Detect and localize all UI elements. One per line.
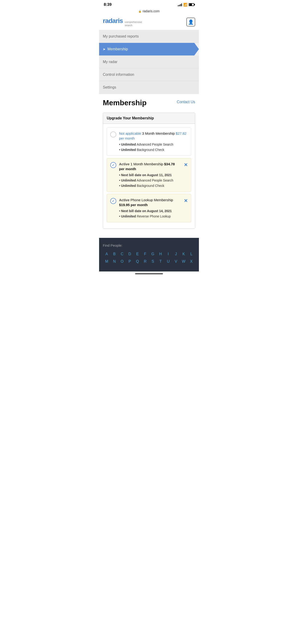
footer-letter-k[interactable]: K (180, 251, 187, 257)
lock-icon: 🔒 (138, 10, 142, 13)
status-icons: 📶 (178, 3, 194, 6)
footer-letter-g[interactable]: G (149, 251, 157, 257)
plan-feature-1month-3: • Unlimited Background Check (119, 183, 181, 188)
contact-us-link[interactable]: Contact Us (177, 98, 195, 104)
plan-feature-3month-2: • Unlimited Background Check (119, 148, 188, 152)
plan-feature-3month-1: • Unlimited Advanced People Search (119, 142, 188, 147)
footer-letter-b[interactable]: B (111, 251, 118, 257)
logo-subtitle: comprehensive search (125, 20, 142, 27)
footer: Find People: ABCDEFGHIJKLMNOPQRSTUVWX (99, 238, 199, 272)
footer-find-label: Find People: (103, 244, 195, 247)
plan-price-value-phone: $19.95 per month (119, 203, 148, 207)
plan-checkbox-3month (110, 132, 116, 138)
plan-item-3month[interactable]: Not applicable 3 Month Membership $27.82… (107, 128, 191, 156)
sidebar-item-purchased-reports[interactable]: My purchased reports (99, 30, 199, 43)
cancel-1month-button[interactable]: ✕ (184, 162, 188, 168)
footer-letter-d[interactable]: D (126, 251, 134, 257)
plan-details-1month: Active 1 Month Membership $34.78 per mon… (119, 162, 181, 188)
footer-letter-w[interactable]: W (180, 258, 187, 264)
plan-feature-phone-1: • Next bill date on August 14, 2021 (119, 209, 181, 214)
footer-letter-p[interactable]: P (126, 258, 134, 264)
footer-letter-r[interactable]: R (141, 258, 149, 264)
logo[interactable]: radaris (103, 17, 123, 24)
plan-feature-1month-2: • Unlimited Advanced People Search (119, 178, 181, 183)
plan-item-phone[interactable]: Active Phone Lookup Membership $19.95 pe… (107, 194, 191, 222)
plan-status-na: Not applicable (119, 132, 141, 136)
plan-item-1month[interactable]: Active 1 Month Membership $34.78 per mon… (107, 158, 191, 192)
footer-letter-h[interactable]: H (157, 251, 164, 257)
url-text: radaris.com (143, 9, 159, 13)
footer-letter-n[interactable]: N (111, 258, 118, 264)
footer-alphabet: ABCDEFGHIJKLMNOPQRSTUVWX (103, 251, 195, 264)
status-time: 8:39 (104, 2, 112, 7)
plan-title-3month: Not applicable 3 Month Membership $27.82… (119, 131, 188, 141)
app-header: radaris comprehensive search 👤 (99, 15, 199, 30)
footer-letter-m[interactable]: M (103, 258, 111, 264)
membership-header: Membership Contact Us (103, 98, 195, 107)
plan-details-phone: Active Phone Lookup Membership $19.95 pe… (119, 198, 181, 219)
main-content: Membership Contact Us Upgrade Your Membe… (99, 94, 199, 238)
person-icon: 👤 (188, 19, 194, 25)
sidebar-item-settings[interactable]: Settings (99, 81, 199, 94)
upgrade-card-body: Not applicable 3 Month Membership $27.82… (103, 124, 195, 228)
footer-letter-l[interactable]: L (187, 251, 195, 257)
plan-status-active-phone: Active (119, 198, 130, 202)
plan-checkbox-1month (110, 162, 116, 168)
footer-letter-o[interactable]: O (118, 258, 126, 264)
sidebar-item-control-information[interactable]: Control information (99, 68, 199, 81)
footer-letter-i[interactable]: I (164, 251, 172, 257)
sidebar-item-membership[interactable]: ➤ Membership (99, 43, 199, 56)
plan-feature-1month-1: • Next bill date on August 11, 2021 (119, 173, 181, 178)
nav-menu: My purchased reports ➤ Membership My rad… (99, 30, 199, 94)
plan-title-phone: Active Phone Lookup Membership $19.95 pe… (119, 198, 181, 207)
plan-desc-text-3month: 3 Month Membership (142, 132, 176, 136)
home-indicator (135, 273, 163, 274)
upgrade-card-header: Upgrade Your Membership (103, 113, 195, 124)
url-bar[interactable]: 🔒 radaris.com (99, 8, 199, 15)
plan-feature-phone-2: • Unlimited Reverse Phone Lookup (119, 214, 181, 219)
profile-icon-button[interactable]: 👤 (186, 18, 195, 26)
plan-status-active-1month: Active (119, 162, 130, 166)
plan-checkbox-phone (110, 198, 116, 204)
plan-desc-text-phone: Phone Lookup Membership (130, 198, 173, 202)
footer-letter-t[interactable]: T (157, 258, 164, 264)
footer-letter-e[interactable]: E (134, 251, 141, 257)
footer-letter-a[interactable]: A (103, 251, 111, 257)
bottom-indicator (99, 272, 199, 276)
footer-letter-q[interactable]: Q (134, 258, 141, 264)
upgrade-card: Upgrade Your Membership Not applicable 3… (103, 113, 195, 228)
footer-letter-v[interactable]: V (172, 258, 180, 264)
arrow-icon: ➤ (103, 47, 106, 51)
footer-letter-c[interactable]: C (118, 251, 126, 257)
footer-letter-x[interactable]: X (187, 258, 195, 264)
wifi-icon: 📶 (183, 3, 187, 6)
footer-letter-u[interactable]: U (164, 258, 172, 264)
plan-desc-1month: 1 Month Membership (130, 162, 164, 166)
plan-details-3month: Not applicable 3 Month Membership $27.82… (119, 131, 188, 152)
page-title: Membership (103, 98, 146, 107)
sidebar-item-my-radar[interactable]: My radar (99, 56, 199, 68)
battery-icon (189, 3, 194, 6)
cancel-phone-button[interactable]: ✕ (184, 198, 188, 204)
footer-letter-s[interactable]: S (149, 258, 157, 264)
status-bar: 8:39 📶 (99, 0, 199, 8)
footer-letter-j[interactable]: J (172, 251, 180, 257)
signal-icon (178, 3, 182, 6)
footer-letter-f[interactable]: F (141, 251, 149, 257)
plan-title-1month: Active 1 Month Membership $34.78 per mon… (119, 162, 181, 171)
logo-area: radaris comprehensive search (103, 17, 142, 27)
